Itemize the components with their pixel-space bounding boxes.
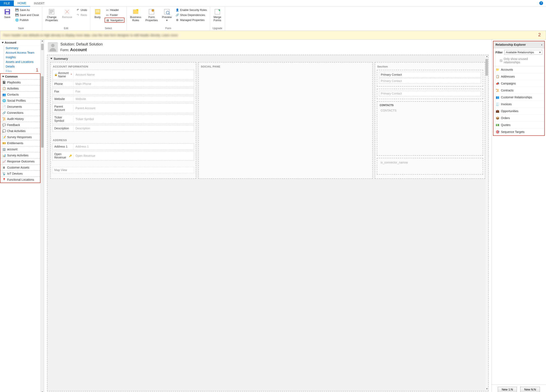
tree-common-header[interactable]: Common (0, 74, 40, 79)
rel-item-orders[interactable]: 📦Orders (493, 115, 544, 122)
rel-item-opportunities[interactable]: 💼Opportunities (493, 108, 544, 115)
common-item-contacts[interactable]: 👥Contacts (0, 91, 40, 98)
tab-home[interactable]: HOME (14, 0, 30, 7)
unused-checkbox[interactable] (500, 59, 502, 62)
section-summary[interactable]: Summary (47, 55, 488, 62)
common-item-social-profiles[interactable]: 🌐Social Profiles (0, 98, 40, 104)
tree-link-summary[interactable]: Summary (4, 46, 40, 50)
common-item-survey-responses[interactable]: 📝Survey Responses (0, 134, 40, 140)
scroll-thumb[interactable] (485, 59, 488, 76)
undo-button[interactable]: ↶Undo (75, 7, 88, 12)
scroll-thumb[interactable] (41, 44, 44, 50)
footer-button[interactable]: ▭Footer (104, 13, 124, 17)
tab-insert[interactable]: INSERT (30, 0, 48, 6)
form-properties-button[interactable]: Form Properties (144, 7, 159, 23)
bottom-buttons: New 1:N New N:N (492, 385, 546, 392)
scroll-up-arrow[interactable]: ▲ (41, 40, 44, 43)
rel-item-contracts[interactable]: 📜Contracts (493, 87, 544, 94)
enable-security-roles-button[interactable]: 👤Enable Security Roles (175, 7, 208, 12)
common-item-feedback[interactable]: 💬Feedback (0, 122, 40, 128)
common-item-entitlements[interactable]: 🎫Entitlements (0, 140, 40, 146)
rel-icon: 💼 (495, 109, 499, 113)
field-website[interactable]: WebsiteWebsite (52, 96, 194, 102)
merge-forms-button[interactable]: Merge Forms (212, 7, 223, 23)
iv-connector: iv_connector_narrow (379, 160, 481, 165)
common-item-survey-activities[interactable]: 📊Survey Activities (0, 152, 40, 158)
common-item-iot-devices[interactable]: 📡IoT Devices (0, 170, 40, 176)
svg-rect-11 (96, 10, 100, 11)
form-canvas[interactable]: Summary ACCOUNT INFORMATION 🔒Account Nam… (47, 55, 488, 391)
field-phone[interactable]: PhoneMain Phone (52, 81, 194, 87)
unused-checkbox-row[interactable]: Only show unused relationships (493, 56, 544, 66)
change-properties-button[interactable]: Change Properties (44, 7, 59, 23)
rel-item-quotes[interactable]: 💵Quotes (493, 122, 544, 129)
field-ticker-symbol[interactable]: Ticker SymbolTicker Symbol (52, 114, 194, 124)
managed-properties-button[interactable]: ⚙Managed Properties (175, 18, 208, 22)
item-icon: 🖥 (2, 166, 6, 169)
map-view-field[interactable]: Map View (52, 167, 194, 173)
common-item-activities[interactable]: 📋Activities (0, 85, 40, 91)
business-rules-button[interactable]: Business Rules (129, 7, 143, 23)
preview-button[interactable]: Preview▾ (161, 7, 173, 23)
save-close-button[interactable]: 💾Save and Close (14, 13, 40, 17)
left-scrollbar[interactable]: ▲ ▼ (40, 40, 44, 392)
canvas-scrollbar[interactable]: ▲ ▼ (485, 55, 488, 391)
common-item-response-outcomes[interactable]: 📈Response Outcomes (0, 158, 40, 164)
save-close-icon: 💾 (15, 13, 19, 17)
help-icon[interactable]: ? (539, 1, 543, 5)
common-item-connections[interactable]: 🔗Connections (0, 110, 40, 116)
publish-button[interactable]: 🌐Publish (14, 18, 40, 22)
rel-item-campaigns[interactable]: 📣Campaigns (493, 80, 544, 87)
header-button[interactable]: ▭Header (104, 7, 124, 12)
tree-link-insights[interactable]: Insights (4, 55, 40, 59)
solution-line: Solution: Default Solution (60, 42, 103, 46)
save-button[interactable]: Save (2, 7, 13, 20)
common-item-chat-activities[interactable]: 💭Chat Activities (0, 128, 40, 134)
primary-contact-section[interactable]: Primary Contact Primary Contact (377, 70, 483, 87)
scroll-thumb-2[interactable] (41, 76, 44, 148)
common-item-account[interactable]: 🏢account (0, 146, 40, 152)
new-nn-button[interactable]: New N:N (520, 387, 540, 392)
remove-button[interactable]: Remove (61, 7, 73, 20)
rel-item-accounts[interactable]: 📁Accounts (493, 66, 544, 73)
new-1n-button[interactable]: New 1:N (498, 387, 517, 392)
column-account-info[interactable]: ACCOUNT INFORMATION 🔒Account Name*Accoun… (50, 62, 196, 179)
field-description[interactable]: DescriptionDescription (52, 125, 194, 131)
body-button[interactable]: Body (92, 7, 103, 20)
navigation-button[interactable]: ▤Navigation (104, 18, 124, 23)
common-item-playbooks[interactable]: 📓Playbooks (0, 79, 40, 85)
scroll-down-arrow[interactable]: ▼ (485, 388, 488, 391)
primary-contact-section-2[interactable]: Primary Contact (377, 89, 483, 99)
rel-item-addresses[interactable]: 📋Addresses (493, 73, 544, 80)
rel-item-customer-relationships[interactable]: 👥Customer Relationships (493, 94, 544, 101)
common-item-documents[interactable]: 📄Documents (0, 104, 40, 110)
column-social-pane[interactable]: SOCIAL PANE (198, 62, 373, 179)
show-dependencies-button[interactable]: 🔗Show Dependencies (175, 13, 208, 17)
field-account-name[interactable]: 🔒Account Name*Account Name (52, 70, 194, 79)
filter-select[interactable]: Available Relationships ▾ (504, 50, 542, 55)
column-section[interactable]: Section Primary Contact Primary Contact … (375, 62, 485, 179)
field-placeholder: Main Phone (74, 81, 194, 87)
common-item-audit-history[interactable]: 📜Audit History (0, 116, 40, 122)
tab-file[interactable]: FILE (0, 0, 14, 6)
tree-link-files[interactable]: Files (4, 69, 40, 73)
common-item-customer-assets[interactable]: 🖥Customer Assets (0, 164, 40, 170)
tree-account-header[interactable]: Account (0, 40, 40, 46)
tree-link-account-access-team[interactable]: Account Access Team (4, 50, 40, 55)
field-parent-account[interactable]: Parent AccountParent Account (52, 103, 194, 113)
scroll-up-arrow[interactable]: ▲ (485, 55, 488, 59)
scroll-down-arrow[interactable]: ▼ (41, 391, 44, 392)
field-fax[interactable]: FaxFax (52, 88, 194, 95)
field-address-1[interactable]: Address 1Address 1 (52, 143, 194, 150)
iv-connector-section[interactable]: iv_connector_narrow (377, 158, 483, 175)
redo-button[interactable]: ↷Redo (75, 13, 88, 17)
tree-link-assets-and-locations[interactable]: Assets and Locations (4, 59, 40, 64)
save-as-button[interactable]: 💾Save As (14, 7, 40, 12)
rel-item-invoices[interactable]: 🧾Invoices (493, 101, 544, 108)
common-item-functional-locations[interactable]: 📍Functional Locations (0, 176, 40, 183)
rel-item-sequence-targets[interactable]: 🎯Sequence Targets (493, 129, 544, 135)
tree-link-details[interactable]: Details (4, 64, 40, 69)
field-open-revenue[interactable]: Open Revenue🔑Open Revenue (52, 151, 194, 161)
relationship-explorer-header[interactable]: Relationship Explorer › (493, 41, 544, 48)
contacts-section[interactable]: CONTACTS CONTACTS (377, 101, 483, 156)
